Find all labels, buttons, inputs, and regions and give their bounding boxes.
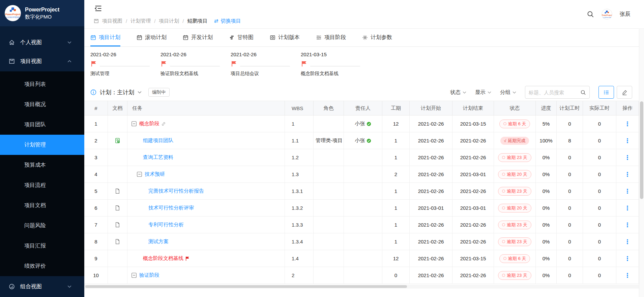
row-actions-button[interactable]: ⋮ [624,171,631,177]
duration-cell: 12 [382,116,410,132]
column-header[interactable]: 计划结束 [452,101,494,115]
row-number: 1 [84,116,108,132]
sidebar-collapse-icon[interactable] [94,4,103,13]
document-icon[interactable] [115,188,120,194]
sidebar-item[interactable]: 项目列表 [0,74,84,94]
column-header[interactable]: 工期 [382,101,410,115]
task-link[interactable]: 验证阶段 [139,272,159,278]
column-header[interactable]: # [84,101,108,115]
table-row: 5 完善技术可行性分析报告 1.3.1 1 2021-02-26 2021-02… [84,183,639,200]
filter-dropdown[interactable]: 显示 [475,89,491,96]
filter-dropdown[interactable]: 状态 [450,89,466,96]
wbs-cell: 2 [285,267,314,284]
sidebar-item[interactable]: 计划管理 [0,135,84,155]
column-header[interactable]: 状态 [494,101,536,115]
row-actions-button[interactable]: ⋮ [624,222,631,228]
vertical-scrollbar[interactable] [639,29,644,297]
column-header[interactable]: 计划开始 [410,101,452,115]
task-link[interactable]: 概念阶段 [139,121,159,127]
task-link[interactable]: 完善技术可行性分析报告 [148,188,204,194]
collapse-row-icon[interactable] [137,172,142,177]
status-badge: 逾期 23 天 [498,237,531,246]
search-icon[interactable] [587,10,594,18]
status-cell: √延期完成 [494,132,536,149]
tab-5[interactable]: 项目阶段 [316,29,346,46]
document-icon[interactable] [115,222,120,228]
search-icon[interactable] [580,90,586,95]
filter-dropdown[interactable]: 分组 [500,89,516,96]
info-icon[interactable] [90,89,96,95]
column-header[interactable]: 计划工时 [557,101,583,115]
sidebar-item[interactable]: 项目汇报 [0,236,84,256]
sidebar-item-label: 计划管理 [24,141,46,148]
actions-cell: ⋮ [616,149,639,166]
collapse-row-icon[interactable] [131,273,137,278]
row-actions-button[interactable]: ⋮ [624,121,631,127]
tab-3[interactable]: 甘特图 [229,29,254,46]
list-view-button[interactable] [598,86,614,99]
tab-1[interactable]: 滚动计划 [137,29,167,46]
plan-tabs: 项目计划 滚动计划 开发计划 甘特图 计划版本 项目阶段 计划参数 [84,29,644,47]
task-link[interactable]: 测试方案 [148,238,169,245]
breadcrumb-item[interactable]: 计划管理 [130,18,151,24]
chevron-down-icon[interactable] [138,90,142,94]
row-actions-button[interactable]: ⋮ [624,188,631,194]
row-actions-button[interactable]: ⋮ [624,256,631,262]
sidebar-item[interactable]: 项目概况 [0,94,84,114]
column-header[interactable]: 责任人 [344,101,382,115]
status-badge: √延期完成 [500,137,529,145]
tab-2[interactable]: 开发计划 [183,29,213,46]
status-cell: 逾期 20 天 [494,166,536,183]
task-cell: 概念阶段 [127,116,285,132]
column-header[interactable]: WBS [285,101,314,115]
plan-selector[interactable]: 计划：主计划 [100,89,134,96]
sidebar-item[interactable]: 绩效评价 [0,256,84,276]
tab-label: 项目计划 [99,34,120,41]
tab-4[interactable]: 计划版本 [270,29,300,46]
breadcrumb-item[interactable]: 鲲鹏项目 [187,18,208,24]
sidebar-item[interactable]: 项目文档 [0,195,84,216]
sidebar-item-combined-view[interactable]: 组合视图 [0,276,84,297]
row-actions-button[interactable]: ⋮ [624,272,631,278]
row-actions-button[interactable]: ⋮ [624,155,631,161]
document-icon[interactable] [115,239,120,244]
column-header[interactable]: 实际工时 [583,101,616,115]
avatar[interactable]: PowerProject 企业项目管理系统 [602,9,612,20]
breadcrumb-item[interactable]: 项目计划 [159,18,179,24]
table-search-input[interactable] [529,90,578,95]
column-header[interactable]: 进度 [536,101,557,115]
column-header[interactable]: 角色 [314,101,344,115]
sidebar-item[interactable]: 预算成本 [0,155,84,175]
user-name[interactable]: 张辰 [620,11,631,18]
task-link[interactable]: 组建项目团队 [143,137,173,144]
column-header[interactable]: 任务 [127,101,285,115]
sidebar: PowerProject 企业项目管理系统 PowerProject 数字化PM… [0,0,84,297]
owner: 小张 [355,137,371,144]
project-view-icon [94,19,99,24]
table-row: 7 专利可行性分析 1.3.3 1 2021-02-26 2021-02-26 … [84,217,639,233]
tab-6[interactable]: 计划参数 [362,29,392,46]
tab-0[interactable]: 项目计划 [90,29,120,46]
row-actions-button[interactable]: ⋮ [624,239,631,245]
column-header[interactable]: 操作 [616,101,639,115]
sidebar-group-project-view[interactable]: 项目视图 [0,52,84,71]
breadcrumb-item[interactable]: 项目视图 [102,18,122,24]
row-actions-button[interactable]: ⋮ [624,205,631,211]
sidebar-group-personal-view[interactable]: 个人视图 [0,33,84,52]
task-link[interactable]: 概念阶段文档基线 [143,255,183,262]
edit-view-button[interactable] [617,86,632,99]
horizontal-scrollbar[interactable] [84,285,639,289]
task-link[interactable]: 专利可行性分析 [148,222,184,228]
task-link[interactable]: 查询工艺资料 [143,154,173,161]
collapse-row-icon[interactable] [131,121,137,126]
sidebar-item[interactable]: 项目流程 [0,175,84,195]
document-icon[interactable] [115,205,120,211]
task-link[interactable]: 技术预研 [145,171,165,177]
switch-project-link[interactable]: 切换项目 [214,18,241,24]
task-link[interactable]: 技术可行性分析评审 [148,205,194,211]
document-approved-icon[interactable] [115,138,120,143]
sidebar-item[interactable]: 问题风险 [0,216,84,236]
row-actions-button[interactable]: ⋮ [624,138,631,144]
column-header[interactable]: 文档 [108,101,127,115]
sidebar-item[interactable]: 项目团队 [0,114,84,135]
